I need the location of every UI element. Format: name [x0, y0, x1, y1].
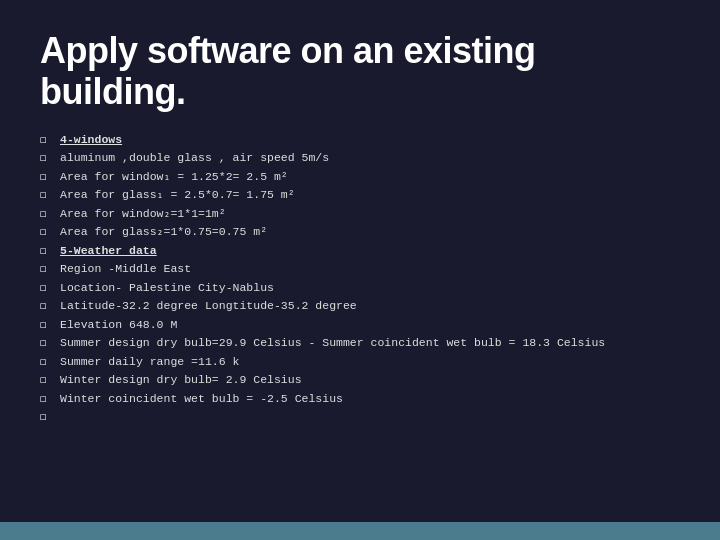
content-area: ◻4-windows◻aluminum ,double glass , air …: [40, 131, 680, 426]
bullet-icon: ◻: [40, 280, 52, 297]
bullet-item: ◻Area for glass₂=1*0.75=0.75 m²: [40, 223, 680, 241]
bullet-item: ◻Location- Palestine City-Nablus: [40, 279, 680, 297]
bullet-text: aluminum ,double glass , air speed 5m/s: [60, 149, 680, 166]
bullet-item: ◻Winter coincident wet bulb = -2.5 Celsi…: [40, 390, 680, 408]
bullet-icon: ◻: [40, 372, 52, 389]
bullet-text: Elevation 648.0 M: [60, 316, 680, 333]
bullet-icon: ◻: [40, 391, 52, 408]
slide-title: Apply software on an existing building.: [40, 30, 680, 113]
bullet-text: Winter coincident wet bulb = -2.5 Celsiu…: [60, 390, 680, 407]
bullet-item: ◻Summer design dry bulb=29.9 Celsius - S…: [40, 334, 680, 352]
bottom-bar: [0, 522, 720, 540]
bullet-item: ◻: [40, 408, 680, 426]
bullet-icon: ◻: [40, 243, 52, 260]
bullet-item: ◻Elevation 648.0 M: [40, 316, 680, 334]
bullet-icon: ◻: [40, 298, 52, 315]
bullet-item: ◻Area for window₂=1*1=1m²: [40, 205, 680, 223]
bullet-item: ◻5-Weather data: [40, 242, 680, 260]
bullet-text: Area for window₂=1*1=1m²: [60, 205, 680, 222]
bullet-icon: ◻: [40, 150, 52, 167]
bullet-item: ◻4-windows: [40, 131, 680, 149]
bullet-text: Summer design dry bulb=29.9 Celsius - Su…: [60, 334, 680, 351]
bullet-icon: ◻: [40, 317, 52, 334]
bullet-text: Area for glass₁ = 2.5*0.7= 1.75 m²: [60, 186, 680, 203]
bullet-item: ◻Area for window₁ = 1.25*2= 2.5 m²: [40, 168, 680, 186]
bullet-text: Area for window₁ = 1.25*2= 2.5 m²: [60, 168, 680, 185]
bullet-item: ◻Latitude-32.2 degree Longtitude-35.2 de…: [40, 297, 680, 315]
bullet-text: Area for glass₂=1*0.75=0.75 m²: [60, 223, 680, 240]
bullet-text: Location- Palestine City-Nablus: [60, 279, 680, 296]
bullet-icon: ◻: [40, 335, 52, 352]
bullet-icon: ◻: [40, 206, 52, 223]
bullet-text: 5-Weather data: [60, 242, 680, 259]
bullet-icon: ◻: [40, 409, 52, 426]
bullet-text: Region -Middle East: [60, 260, 680, 277]
bullet-item: ◻Region -Middle East: [40, 260, 680, 278]
bullet-icon: ◻: [40, 261, 52, 278]
bullet-item: ◻aluminum ,double glass , air speed 5m/s: [40, 149, 680, 167]
bullet-icon: ◻: [40, 354, 52, 371]
bullet-text: Latitude-32.2 degree Longtitude-35.2 deg…: [60, 297, 680, 314]
bullet-item: ◻Summer daily range =11.6 k: [40, 353, 680, 371]
bullet-icon: ◻: [40, 169, 52, 186]
bullet-item: ◻Area for glass₁ = 2.5*0.7= 1.75 m²: [40, 186, 680, 204]
slide: Apply software on an existing building. …: [0, 0, 720, 540]
bullet-text: Winter design dry bulb= 2.9 Celsius: [60, 371, 680, 388]
bullet-text: 4-windows: [60, 131, 680, 148]
bullet-icon: ◻: [40, 224, 52, 241]
bullet-icon: ◻: [40, 187, 52, 204]
bullet-icon: ◻: [40, 132, 52, 149]
bullet-text: Summer daily range =11.6 k: [60, 353, 680, 370]
bullet-item: ◻Winter design dry bulb= 2.9 Celsius: [40, 371, 680, 389]
